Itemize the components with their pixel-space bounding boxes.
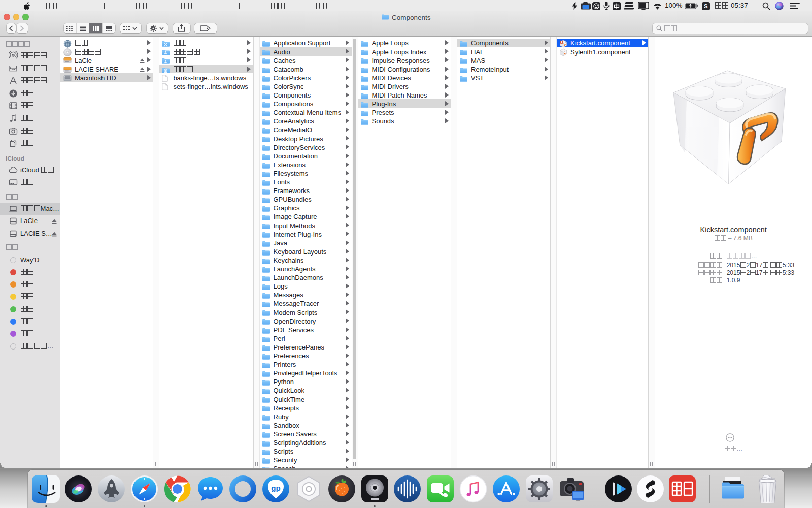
svg-text:gp: gp — [271, 484, 280, 492]
svg-text:S: S — [704, 3, 707, 9]
